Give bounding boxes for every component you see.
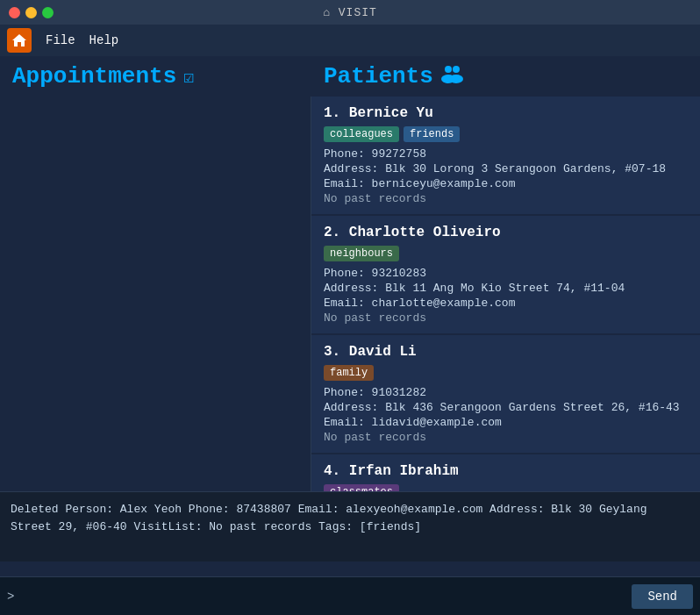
command-input[interactable]: [21, 590, 625, 604]
svg-marker-0: [12, 34, 26, 46]
patient-card[interactable]: 1. Bernice YucolleaguesfriendsPhone: 992…: [311, 97, 700, 216]
patient-name: 4. Irfan Ibrahim: [324, 463, 688, 479]
content-area: 1. Bernice YucolleaguesfriendsPhone: 992…: [0, 97, 700, 491]
appointments-icon: ☑: [183, 66, 194, 88]
titlebar: ⌂ VISIT: [0, 0, 700, 25]
patient-card[interactable]: 2. Charlotte OliveironeighboursPhone: 93…: [311, 216, 700, 335]
minimize-button[interactable]: [25, 7, 37, 18]
tag-neighbours[interactable]: neighbours: [324, 246, 399, 261]
patient-name: 1. Bernice Yu: [324, 105, 688, 121]
appointments-title: Appointments: [12, 63, 176, 89]
appointments-header: Appointments ☑: [0, 63, 311, 89]
patient-card[interactable]: 3. David LifamilyPhone: 91031282Address:…: [311, 335, 700, 454]
maximize-button[interactable]: [42, 7, 54, 18]
prompt-symbol: >: [7, 590, 14, 604]
input-bar: > Send: [0, 576, 700, 615]
tag-colleagues[interactable]: colleagues: [324, 126, 399, 142]
patient-records: No past records: [324, 431, 688, 444]
patient-address: Address: Blk 436 Serangoon Gardens Stree…: [324, 401, 688, 414]
svg-point-4: [449, 75, 463, 83]
patient-phone: Phone: 93210283: [324, 267, 688, 280]
patient-phone: Phone: 99272758: [324, 147, 688, 161]
tags-row: colleaguesfriends: [324, 126, 688, 142]
send-button[interactable]: Send: [632, 584, 693, 609]
svg-point-2: [453, 66, 460, 73]
patient-email: Email: charlotte@example.com: [324, 297, 688, 310]
tags-row: neighbours: [324, 246, 688, 261]
patient-records: No past records: [324, 192, 688, 205]
patient-phone: Phone: 91031282: [324, 386, 688, 399]
patient-records: No past records: [324, 311, 688, 325]
main-header: Appointments ☑ Patients: [0, 56, 700, 97]
patient-email: Email: lidavid@example.com: [324, 416, 688, 429]
patients-title: Patients: [324, 63, 433, 89]
status-bar: Deleted Person: Alex Yeoh Phone: 8743880…: [0, 491, 700, 561]
home-icon[interactable]: [7, 28, 32, 53]
close-button[interactable]: [9, 7, 20, 18]
patient-address: Address: Blk 30 Lorong 3 Serangoon Garde…: [324, 162, 688, 175]
tag-classmates[interactable]: classmates: [324, 484, 399, 491]
help-menu[interactable]: Help: [89, 33, 119, 47]
app-title: ⌂ VISIT: [323, 6, 377, 19]
patient-card[interactable]: 4. Irfan IbrahimclassmatesPhone: 92...: [311, 454, 700, 491]
patient-name: 2. Charlotte Oliveiro: [324, 225, 688, 240]
patient-address: Address: Blk 11 Ang Mo Kio Street 74, #1…: [324, 282, 688, 295]
tag-friends[interactable]: friends: [404, 126, 460, 142]
patient-name: 3. David Li: [324, 344, 688, 360]
window-controls: [9, 7, 54, 18]
patients-panel[interactable]: 1. Bernice YucolleaguesfriendsPhone: 992…: [311, 97, 700, 491]
patients-icon: [440, 64, 463, 89]
appointments-panel: [0, 97, 311, 491]
patient-email: Email: berniceyu@example.com: [324, 177, 688, 190]
file-menu[interactable]: File: [46, 33, 75, 47]
svg-point-1: [445, 66, 452, 73]
menubar: File Help: [0, 25, 700, 56]
patients-header: Patients: [311, 63, 700, 89]
status-text: Deleted Person: Alex Yeoh Phone: 8743880…: [11, 503, 647, 533]
tags-row: classmates: [324, 484, 688, 491]
tags-row: family: [324, 365, 688, 381]
tag-family[interactable]: family: [324, 365, 374, 381]
